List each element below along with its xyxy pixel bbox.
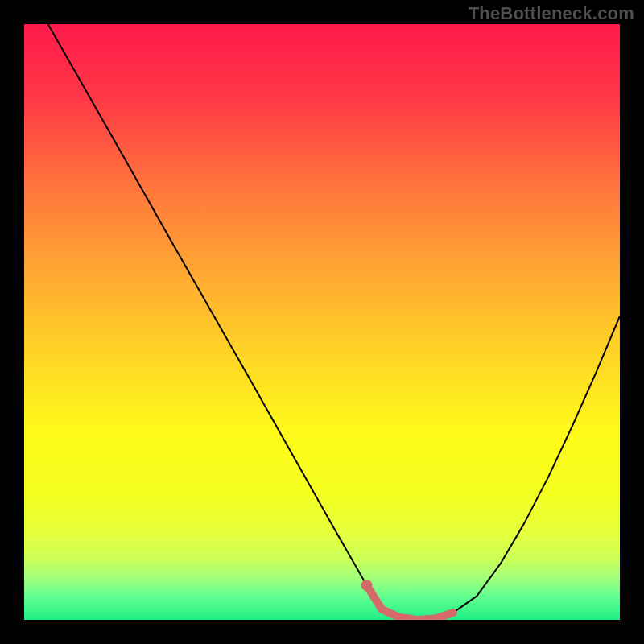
optimal-dot	[361, 580, 373, 591]
gradient-background	[24, 24, 620, 620]
chart-svg	[24, 24, 620, 620]
chart-container: TheBottleneck.com	[0, 0, 644, 644]
plot-area	[24, 24, 620, 620]
watermark-text: TheBottleneck.com	[469, 3, 634, 24]
